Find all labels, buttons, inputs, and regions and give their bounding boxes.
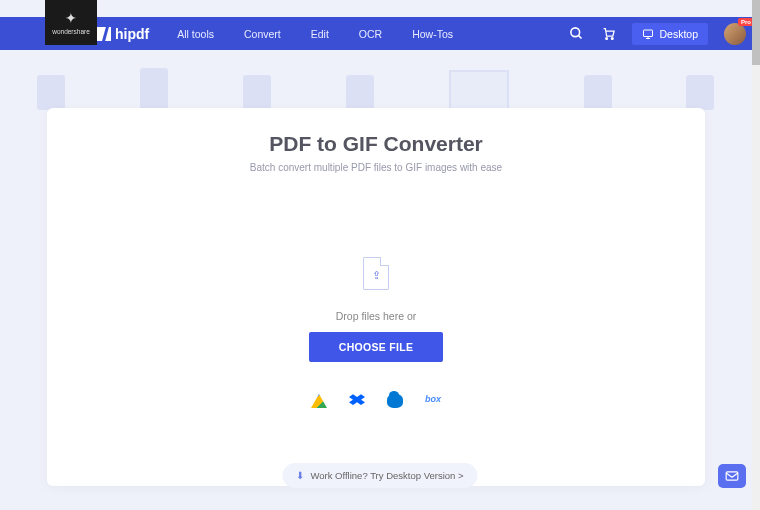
choose-file-button[interactable]: CHOOSE FILE bbox=[309, 332, 443, 362]
mail-icon bbox=[725, 470, 739, 482]
drop-zone[interactable]: ⇪ Drop files here or CHOOSE FILE box bbox=[77, 209, 675, 448]
wondershare-label: wondershare bbox=[52, 28, 90, 35]
cart-icon[interactable] bbox=[600, 26, 616, 42]
svg-rect-7 bbox=[726, 472, 738, 480]
page-subtitle: Batch convert multiple PDF files to GIF … bbox=[47, 162, 705, 173]
drop-hint: Drop files here or bbox=[77, 310, 675, 322]
avatar[interactable]: Pro bbox=[724, 23, 746, 45]
navbar: hipdf All tools Convert Edit OCR How-Tos… bbox=[0, 17, 760, 50]
logo-text: hipdf bbox=[115, 26, 149, 42]
nav-ocr[interactable]: OCR bbox=[359, 28, 382, 40]
scrollbar[interactable] bbox=[752, 0, 760, 510]
desktop-label: Desktop bbox=[659, 28, 698, 40]
svg-line-1 bbox=[578, 35, 581, 38]
nav-edit[interactable]: Edit bbox=[311, 28, 329, 40]
svg-point-2 bbox=[606, 38, 608, 40]
download-icon bbox=[642, 28, 654, 40]
desktop-button[interactable]: Desktop bbox=[632, 23, 708, 45]
nav-howtos[interactable]: How-Tos bbox=[412, 28, 453, 40]
offline-banner[interactable]: ⬇ Work Offline? Try Desktop Version > bbox=[282, 463, 477, 488]
nav-links: All tools Convert Edit OCR How-Tos bbox=[177, 28, 453, 40]
bg-decoration bbox=[0, 50, 752, 110]
main-card: PDF to GIF Converter Batch convert multi… bbox=[47, 108, 705, 486]
google-drive-icon[interactable] bbox=[311, 394, 327, 408]
search-icon[interactable] bbox=[568, 26, 584, 42]
onedrive-icon[interactable] bbox=[387, 394, 403, 408]
box-icon[interactable]: box bbox=[425, 394, 441, 408]
offline-text: Work Offline? Try Desktop Version > bbox=[310, 470, 463, 481]
svg-rect-4 bbox=[644, 30, 653, 37]
svg-point-0 bbox=[571, 28, 580, 37]
cloud-providers: box bbox=[77, 394, 675, 408]
dropbox-icon[interactable] bbox=[349, 394, 365, 408]
logo[interactable]: hipdf bbox=[97, 26, 149, 42]
hipdf-logo-icon bbox=[97, 27, 111, 41]
wondershare-badge[interactable]: ✦ wondershare bbox=[45, 0, 97, 45]
wondershare-logo-icon: ✦ bbox=[65, 10, 77, 26]
nav-all-tools[interactable]: All tools bbox=[177, 28, 214, 40]
page-title: PDF to GIF Converter bbox=[47, 132, 705, 156]
download-small-icon: ⬇ bbox=[296, 470, 304, 481]
file-upload-icon: ⇪ bbox=[363, 257, 389, 290]
scrollbar-thumb[interactable] bbox=[752, 0, 760, 65]
feedback-button[interactable] bbox=[718, 464, 746, 488]
svg-point-3 bbox=[611, 38, 613, 40]
nav-convert[interactable]: Convert bbox=[244, 28, 281, 40]
